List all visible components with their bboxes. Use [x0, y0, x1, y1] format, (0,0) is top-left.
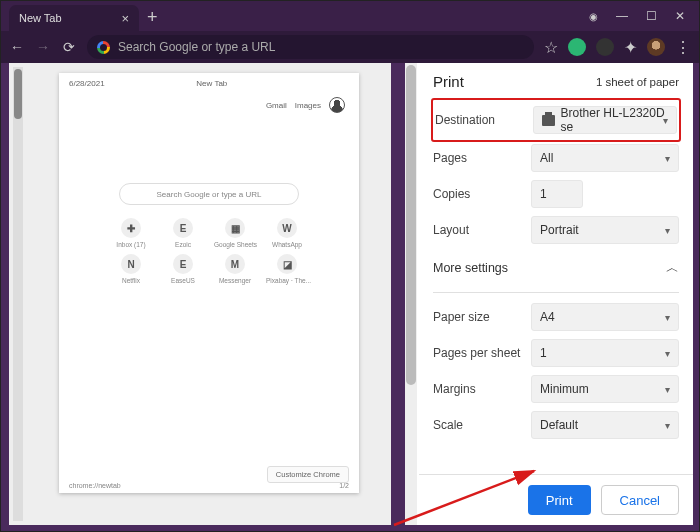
shortcut-icon: N: [121, 254, 141, 274]
destination-value: Brother HL-L2320D se: [561, 106, 668, 134]
copies-input[interactable]: 1: [531, 180, 583, 208]
preview-gmail-link: Gmail: [266, 101, 287, 110]
paper-size-select[interactable]: A4: [531, 303, 679, 331]
divider: [433, 292, 679, 293]
preview-scrollbar[interactable]: [13, 67, 23, 521]
shortcut-icon: E: [173, 254, 193, 274]
preview-shortcut: WWhatsApp: [266, 218, 308, 248]
window-controls: ◉ — ☐ ✕: [589, 1, 699, 31]
extension-dark-icon[interactable]: [596, 38, 614, 56]
bookmark-star-icon[interactable]: ☆: [544, 38, 558, 57]
scale-value: Default: [540, 418, 578, 432]
chrome-menu-button[interactable]: ⋮: [675, 38, 691, 57]
shortcut-label: Pixabay · The...: [266, 277, 308, 284]
layout-value: Portrait: [540, 223, 579, 237]
preview-shortcut: EEaseUS: [162, 254, 204, 284]
destination-select[interactable]: Brother HL-L2320D se: [533, 106, 677, 134]
pages-per-sheet-value: 1: [540, 346, 547, 360]
preview-shortcuts-grid: ✚Inbox (17)EEzoic▦Google SheetsWWhatsApp…: [110, 218, 308, 284]
omnibox-placeholder: Search Google or type a URL: [118, 40, 275, 54]
print-button[interactable]: Print: [528, 485, 591, 515]
pages-label: Pages: [433, 151, 531, 165]
preview-shortcut: MMessenger: [214, 254, 256, 284]
pages-value: All: [540, 151, 553, 165]
margins-value: Minimum: [540, 382, 589, 396]
shortcut-icon: W: [277, 218, 297, 238]
preview-shortcut: ◪Pixabay · The...: [266, 254, 308, 284]
google-icon: [97, 41, 110, 54]
nav-back-button[interactable]: ←: [9, 39, 25, 55]
tab-title: New Tab: [19, 12, 62, 24]
margins-label: Margins: [433, 382, 531, 396]
preview-footer-page: 1/2: [339, 482, 349, 489]
main-area: 6/28/2021 New Tab Gmail Images Search Go…: [1, 63, 699, 531]
window-titlebar: New Tab × + ◉ — ☐ ✕: [1, 1, 699, 31]
pages-per-sheet-label: Pages per sheet: [433, 346, 531, 360]
profile-avatar[interactable]: [647, 38, 665, 56]
print-dialog: Print 1 sheet of paper Destination Broth…: [405, 63, 693, 525]
preview-shortcut: EEzoic: [162, 218, 204, 248]
browser-tab[interactable]: New Tab ×: [9, 5, 139, 31]
layout-select[interactable]: Portrait: [531, 216, 679, 244]
extension-grammarly-icon[interactable]: [568, 38, 586, 56]
cancel-button-label: Cancel: [620, 493, 660, 508]
more-settings-toggle[interactable]: More settings ︿: [433, 248, 679, 288]
print-dialog-footer: Print Cancel: [419, 474, 693, 525]
print-panel-scrollbar[interactable]: [405, 63, 417, 525]
more-settings-label: More settings: [433, 261, 508, 275]
window-maximize-button[interactable]: ☐: [646, 9, 657, 23]
browser-toolbar: ← → ⟳ Search Google or type a URL ☆ ✦ ⋮: [1, 31, 699, 63]
layout-label: Layout: [433, 223, 531, 237]
preview-page: 6/28/2021 New Tab Gmail Images Search Go…: [59, 73, 359, 493]
more-settings-caret-icon: ︿: [666, 260, 679, 277]
shortcut-icon: ◪: [277, 254, 297, 274]
extensions-puzzle-icon[interactable]: ✦: [624, 38, 637, 57]
shortcut-label: Messenger: [214, 277, 256, 284]
preview-scrollbar-thumb[interactable]: [14, 69, 22, 119]
printer-icon: [542, 115, 555, 126]
shortcut-icon: ▦: [225, 218, 245, 238]
scale-select[interactable]: Default: [531, 411, 679, 439]
shortcut-label: WhatsApp: [266, 241, 308, 248]
shortcut-label: EaseUS: [162, 277, 204, 284]
print-title: Print: [433, 73, 464, 90]
annotation-destination-highlight: Destination Brother HL-L2320D se: [431, 98, 681, 142]
window-close-button[interactable]: ✕: [675, 9, 685, 23]
nav-reload-button[interactable]: ⟳: [61, 39, 77, 55]
print-preview-pane: 6/28/2021 New Tab Gmail Images Search Go…: [9, 63, 391, 525]
margins-select[interactable]: Minimum: [531, 375, 679, 403]
preview-account-avatar: [329, 97, 345, 113]
copies-label: Copies: [433, 187, 531, 201]
print-button-label: Print: [546, 493, 573, 508]
nav-forward-button: →: [35, 39, 51, 55]
record-indicator-icon: ◉: [589, 11, 598, 22]
preview-shortcut: ✚Inbox (17): [110, 218, 152, 248]
preview-shortcut: ▦Google Sheets: [214, 218, 256, 248]
pages-select[interactable]: All: [531, 144, 679, 172]
preview-search-box: Search Google or type a URL: [119, 183, 299, 205]
preview-spacer: [319, 79, 349, 88]
destination-label: Destination: [435, 113, 533, 127]
new-tab-button[interactable]: +: [147, 7, 158, 28]
preview-shortcut: NNetflix: [110, 254, 152, 284]
preview-footer-url: chrome://newtab: [69, 482, 121, 489]
shortcut-icon: ✚: [121, 218, 141, 238]
shortcut-icon: E: [173, 218, 193, 238]
shortcut-icon: M: [225, 254, 245, 274]
shortcut-label: Inbox (17): [110, 241, 152, 248]
print-panel-scrollbar-thumb[interactable]: [406, 65, 416, 385]
print-sheet-count: 1 sheet of paper: [596, 76, 679, 88]
cancel-button[interactable]: Cancel: [601, 485, 679, 515]
preview-images-link: Images: [295, 101, 321, 110]
preview-customize-button: Customize Chrome: [267, 466, 349, 483]
preview-page-title: New Tab: [196, 79, 227, 88]
pages-per-sheet-select[interactable]: 1: [531, 339, 679, 367]
tab-close-icon[interactable]: ×: [121, 11, 129, 26]
omnibox[interactable]: Search Google or type a URL: [87, 35, 534, 59]
paper-size-value: A4: [540, 310, 555, 324]
shortcut-label: Google Sheets: [214, 241, 256, 248]
window-minimize-button[interactable]: —: [616, 9, 628, 23]
paper-size-label: Paper size: [433, 310, 531, 324]
copies-value: 1: [540, 187, 547, 201]
shortcut-label: Netflix: [110, 277, 152, 284]
